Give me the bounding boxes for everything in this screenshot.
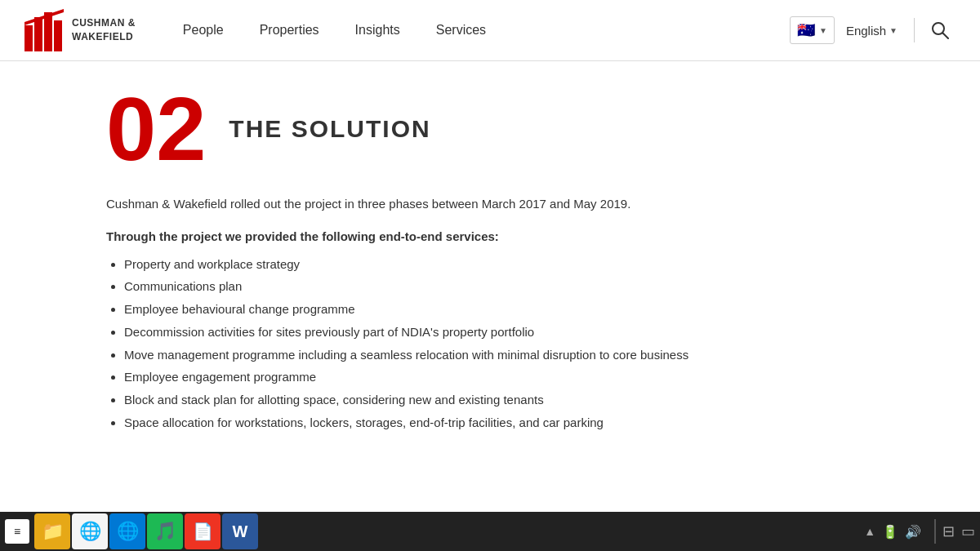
tray-up-arrow[interactable]: ▲ <box>864 525 875 538</box>
intro-paragraph: Cushman & Wakefield rolled out the proje… <box>106 193 841 215</box>
nav-properties[interactable]: Properties <box>242 0 337 61</box>
language-label: English <box>846 24 886 38</box>
taskbar: ≡ 📁 🌐 🌐 🎵 📄 W ▲ 🔋 🔊 ⊟ ▭ <box>0 512 980 551</box>
taskbar-browser[interactable]: 🌐 <box>109 513 145 549</box>
nav-people[interactable]: People <box>165 0 242 61</box>
svg-rect-1 <box>34 17 42 51</box>
search-icon <box>931 21 949 39</box>
list-item: Communications plan <box>124 275 841 298</box>
taskbar-file-explorer[interactable]: 📁 <box>34 513 70 549</box>
list-item: Space allocation for workstations, locke… <box>124 411 841 434</box>
services-heading: Through the project we provided the foll… <box>106 229 841 243</box>
language-chevron-icon: ▼ <box>889 26 898 35</box>
logo-text: CUSHMAN & WAKEFIELD <box>72 16 136 44</box>
svg-rect-0 <box>24 25 33 51</box>
folder-icon: 📁 <box>42 521 64 542</box>
list-item: Employee engagement programme <box>124 366 841 389</box>
list-item: Property and workplace strategy <box>124 253 841 276</box>
browser-icon: 🌐 <box>117 521 139 542</box>
taskbar-show-desktop-icon[interactable]: ▭ <box>961 522 975 540</box>
section-number: 02 <box>106 84 206 174</box>
main-content: 02 THE SOLUTION Cushman & Wakefield roll… <box>0 61 980 451</box>
taskbar-tray: ▲ 🔋 🔊 <box>864 524 921 540</box>
word-icon: W <box>233 522 248 541</box>
list-item: Block and stack plan for allotting space… <box>124 389 841 411</box>
nav-divider <box>914 18 915 42</box>
section-title: THE SOLUTION <box>229 115 430 143</box>
tray-sound-icon: 🔊 <box>905 524 921 540</box>
taskbar-word[interactable]: W <box>222 513 258 549</box>
language-text-selector[interactable]: English ▼ <box>840 20 904 42</box>
list-item: Decommission activities for sites previo… <box>124 321 841 344</box>
logo[interactable]: CUSHMAN & WAKEFIELD <box>24 9 136 51</box>
language-selector[interactable]: 🇦🇺 ▼ <box>790 16 835 44</box>
nav-right: 🇦🇺 ▼ English ▼ <box>790 16 956 44</box>
navbar: CUSHMAN & WAKEFIELD People Properties In… <box>0 0 980 61</box>
taskbar-minimize-icon[interactable]: ⊟ <box>942 522 955 540</box>
chrome-icon: 🌐 <box>79 521 101 542</box>
acrobat-icon: 📄 <box>193 522 213 541</box>
taskbar-divider <box>934 519 936 544</box>
section-header: 02 THE SOLUTION <box>106 84 956 174</box>
list-item: Move management programme including a se… <box>124 344 841 367</box>
flag-icon: 🇦🇺 <box>797 21 815 39</box>
search-button[interactable] <box>924 16 956 44</box>
list-item: Employee behavioural change programme <box>124 298 841 321</box>
services-list: Property and workplace strategy Communic… <box>106 253 841 434</box>
nav-insights[interactable]: Insights <box>337 0 418 61</box>
taskbar-spotify[interactable]: 🎵 <box>147 513 183 549</box>
svg-line-6 <box>943 33 949 39</box>
nav-links: People Properties Insights Services <box>165 0 504 61</box>
taskbar-chrome[interactable]: 🌐 <box>72 513 108 549</box>
start-icon: ≡ <box>14 525 20 538</box>
logo-icon <box>24 9 64 51</box>
taskbar-acrobat[interactable]: 📄 <box>185 513 220 549</box>
nav-services[interactable]: Services <box>418 0 504 61</box>
spotify-icon: 🎵 <box>154 521 176 542</box>
start-button[interactable]: ≡ <box>5 519 29 544</box>
tray-battery-icon: 🔋 <box>882 524 898 540</box>
svg-rect-3 <box>54 20 62 51</box>
flag-chevron: ▼ <box>819 26 827 35</box>
